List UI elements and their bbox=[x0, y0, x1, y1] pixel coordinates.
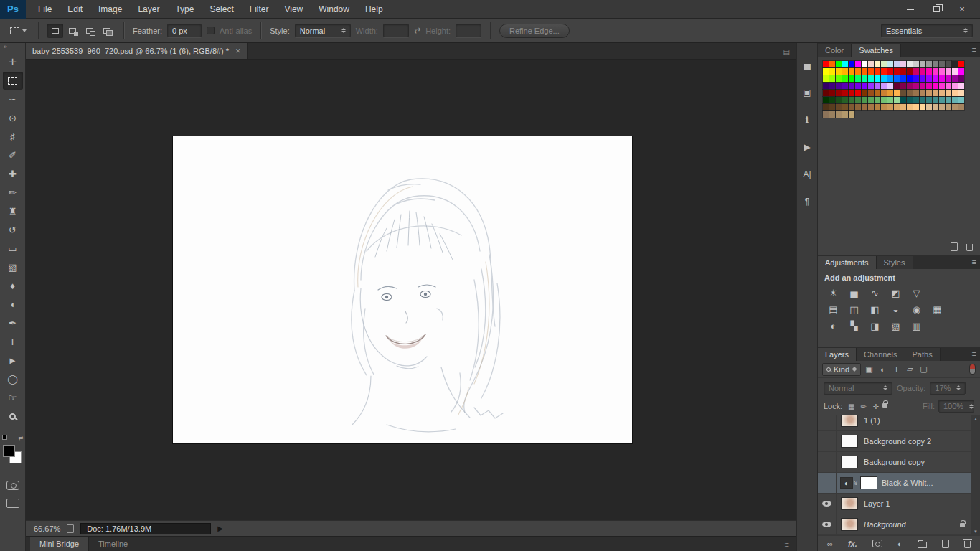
swatch[interactable] bbox=[939, 97, 945, 103]
swatch[interactable] bbox=[842, 90, 848, 96]
swatch[interactable] bbox=[958, 68, 964, 75]
swatch[interactable] bbox=[900, 68, 906, 75]
layer-visibility-toggle[interactable] bbox=[818, 415, 837, 430]
filter-adjustment-layers-icon[interactable]: ◐ bbox=[876, 363, 890, 375]
swatch[interactable] bbox=[887, 68, 893, 75]
swatch[interactable] bbox=[881, 68, 887, 75]
new-swatch-icon[interactable] bbox=[951, 242, 958, 251]
lasso-tool[interactable]: ∽ bbox=[3, 90, 23, 108]
move-tool[interactable]: ✛ bbox=[3, 53, 23, 71]
swatch[interactable] bbox=[939, 104, 945, 110]
brush-tool[interactable]: ✏ bbox=[3, 184, 23, 202]
photo-filter-icon[interactable]: ◒ bbox=[885, 301, 906, 318]
swatch[interactable] bbox=[894, 68, 900, 75]
swatch[interactable] bbox=[875, 61, 880, 67]
swatch[interactable] bbox=[823, 111, 829, 118]
lock-pixels-icon[interactable]: ✏ bbox=[858, 401, 869, 411]
layer-mask-thumbnail[interactable] bbox=[860, 476, 877, 489]
panel-menu-icon[interactable]: ≡ bbox=[972, 45, 976, 54]
tab-styles[interactable]: Styles bbox=[877, 256, 913, 269]
swatch[interactable] bbox=[855, 90, 861, 96]
swatch[interactable] bbox=[868, 90, 874, 96]
clone-stamp-tool[interactable]: ♜ bbox=[3, 202, 23, 220]
exposure-icon[interactable]: ◩ bbox=[885, 285, 906, 301]
swatch[interactable] bbox=[933, 61, 938, 67]
swatch[interactable] bbox=[958, 90, 964, 96]
menu-window[interactable]: Window bbox=[311, 0, 357, 19]
lock-transparency-icon[interactable]: ▦ bbox=[846, 401, 857, 411]
swatch[interactable] bbox=[836, 83, 842, 89]
layer-row[interactable]: Background bbox=[818, 514, 971, 535]
swatch[interactable] bbox=[907, 75, 913, 82]
delete-layer-icon[interactable] bbox=[964, 541, 971, 548]
swatch[interactable] bbox=[829, 104, 835, 110]
swatch[interactable] bbox=[887, 90, 893, 96]
swatch[interactable] bbox=[823, 61, 829, 67]
adjustment-layer-icon[interactable]: ◐ bbox=[840, 477, 853, 489]
menu-layer[interactable]: Layer bbox=[130, 0, 167, 19]
swatch[interactable] bbox=[842, 68, 848, 75]
layers-scrollbar[interactable]: ▲ ▼ bbox=[971, 415, 980, 535]
swatch[interactable] bbox=[907, 90, 913, 96]
swatch[interactable] bbox=[900, 97, 906, 103]
swatch[interactable] bbox=[946, 68, 951, 75]
panel-menu-icon[interactable]: ≡ bbox=[972, 258, 976, 266]
actions-panel-icon[interactable]: ▶ bbox=[799, 139, 815, 155]
swatch[interactable] bbox=[842, 61, 848, 67]
swatch[interactable] bbox=[862, 90, 867, 96]
swatch[interactable] bbox=[933, 83, 938, 89]
feather-input[interactable]: 0 px bbox=[167, 24, 202, 37]
paragraph-panel-icon[interactable]: ¶ bbox=[799, 194, 815, 209]
swatch[interactable] bbox=[894, 75, 900, 82]
toolbar-collapse-icon[interactable]: » bbox=[0, 43, 7, 52]
scroll-down-icon[interactable]: ▼ bbox=[974, 529, 978, 534]
menu-select[interactable]: Select bbox=[202, 0, 241, 19]
swatch[interactable] bbox=[887, 61, 893, 67]
swatch[interactable] bbox=[875, 90, 880, 96]
crop-tool[interactable]: ♯ bbox=[3, 128, 23, 146]
swatch[interactable] bbox=[939, 61, 945, 67]
hand-tool[interactable]: ☞ bbox=[3, 389, 23, 407]
swatch[interactable] bbox=[913, 75, 919, 82]
swatch[interactable] bbox=[920, 61, 925, 67]
subtract-selection-button[interactable] bbox=[82, 24, 98, 38]
intersect-selection-button[interactable] bbox=[99, 24, 115, 38]
swatch[interactable] bbox=[855, 97, 861, 103]
swatch[interactable] bbox=[952, 90, 958, 96]
foreground-color-swatch[interactable] bbox=[3, 445, 15, 457]
menu-image[interactable]: Image bbox=[90, 0, 130, 19]
swatch[interactable] bbox=[946, 97, 951, 103]
swatch[interactable] bbox=[913, 90, 919, 96]
document-sizes-field[interactable]: Doc: 1.76M/13.9M bbox=[80, 523, 211, 534]
swatch[interactable] bbox=[823, 83, 829, 89]
zoom-level-field[interactable]: 66.67% bbox=[34, 524, 60, 533]
swatch[interactable] bbox=[881, 90, 887, 96]
layer-row[interactable]: ◐∞Black & Whit... bbox=[818, 473, 971, 494]
status-options-arrow-icon[interactable]: ▶ bbox=[217, 524, 223, 532]
swatch[interactable] bbox=[946, 61, 951, 67]
swatch[interactable] bbox=[952, 83, 958, 89]
curves-icon[interactable]: ∿ bbox=[864, 285, 885, 301]
swatch[interactable] bbox=[920, 68, 925, 75]
new-layer-icon[interactable] bbox=[942, 540, 949, 548]
swatch[interactable] bbox=[855, 61, 861, 67]
swatch[interactable] bbox=[849, 75, 854, 82]
swatch[interactable] bbox=[836, 61, 842, 67]
close-tab-icon[interactable]: × bbox=[235, 46, 240, 56]
eyedropper-tool[interactable]: ✐ bbox=[3, 146, 23, 164]
swatch[interactable] bbox=[946, 75, 951, 82]
blur-tool[interactable]: ♦ bbox=[3, 277, 23, 295]
layer-row[interactable]: Background copy bbox=[818, 452, 971, 473]
layer-row[interactable]: 1 (1) bbox=[818, 415, 971, 431]
default-colors-icon[interactable] bbox=[2, 435, 11, 443]
swatch[interactable] bbox=[829, 97, 835, 103]
tab-swatches[interactable]: Swatches bbox=[852, 44, 901, 57]
swatch[interactable] bbox=[913, 104, 919, 110]
swatch[interactable] bbox=[881, 83, 887, 89]
canvas-document[interactable] bbox=[173, 136, 632, 443]
swatch[interactable] bbox=[939, 83, 945, 89]
tab-layers[interactable]: Layers bbox=[818, 348, 857, 361]
spot-healing-brush-tool[interactable]: ✚ bbox=[3, 165, 23, 183]
canvas-pasteboard[interactable] bbox=[26, 60, 796, 520]
swatch[interactable] bbox=[823, 97, 829, 103]
